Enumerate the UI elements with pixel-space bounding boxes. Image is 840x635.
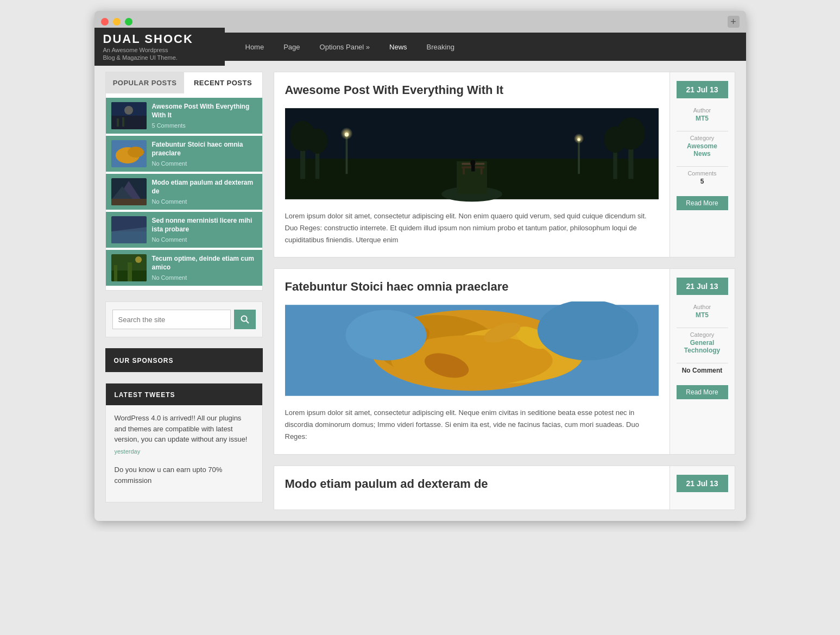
post-card: Fatebuntur Stoici haec omnia praeclare: [274, 268, 735, 454]
tweets-header: LATEST TWEETS: [106, 383, 262, 405]
nav-home[interactable]: Home: [236, 39, 274, 55]
tab-popular-posts[interactable]: Popular Posts: [106, 72, 184, 93]
svg-point-29: [344, 133, 348, 136]
sidebar-post-title: Sed nonne merninisti licere mihi ista pr…: [152, 217, 257, 234]
svg-point-7: [128, 147, 144, 158]
author-label: Author: [693, 304, 711, 310]
sidebar-post-item[interactable]: Awesome Post With Everything With It 5 C…: [106, 98, 262, 134]
author-value[interactable]: MT5: [696, 115, 709, 122]
tweets-title: LATEST TWEETS: [115, 391, 175, 399]
category-value[interactable]: Awesome News: [687, 142, 717, 158]
nav-links: Home Page Options Panel » News Breaking: [225, 39, 475, 55]
post-date-badge: 21 Jul 13: [677, 278, 728, 295]
svg-point-45: [470, 160, 475, 166]
search-input[interactable]: [112, 310, 231, 329]
nav-news[interactable]: News: [380, 39, 417, 55]
post-thumbnail: [111, 140, 147, 167]
content-area: Awesome Post With Everything With It: [274, 72, 735, 510]
svg-point-2: [124, 106, 133, 115]
tweet-item: Do you know u can earn upto 70% commissi…: [115, 464, 254, 486]
svg-rect-46: [471, 165, 475, 171]
post-thumbnail: [111, 102, 147, 129]
sponsors-widget: OUR SPONSORS: [105, 348, 263, 372]
sidebar-post-item[interactable]: Tecum optime, deinde etiam cum amico No …: [106, 250, 262, 286]
post-excerpt: Lorem ipsum dolor sit amet, consectetur …: [285, 407, 659, 443]
meta-divider: [677, 131, 728, 131]
search-widget: [105, 301, 263, 337]
svg-rect-44: [480, 168, 482, 174]
brand-block: DUAL SHOCK An Awesome Wordpress Blog & M…: [94, 28, 225, 66]
browser-window: + DUAL SHOCK An Awesome Wordpress Blog &…: [94, 11, 746, 521]
svg-point-58: [537, 301, 638, 361]
svg-point-32: [577, 138, 580, 141]
maximize-button[interactable]: [125, 18, 132, 26]
nav-options[interactable]: Options Panel »: [310, 39, 380, 55]
svg-point-20: [241, 316, 247, 322]
minimize-button[interactable]: [113, 18, 121, 26]
meta-divider: [677, 363, 728, 363]
tweet-text: Do you know u can earn upto 70% commissi…: [115, 464, 254, 486]
nav-breaking[interactable]: Breaking: [417, 39, 464, 55]
post-thumbnail: [111, 254, 147, 281]
sidebar-post-comments: No Comment: [152, 198, 257, 205]
new-tab-button[interactable]: +: [728, 16, 740, 28]
post-info: Fatebuntur Stoici haec omnia praeclare N…: [152, 141, 257, 166]
search-button[interactable]: [234, 310, 256, 329]
svg-point-17: [135, 256, 142, 263]
post-info: Awesome Post With Everything With It 5 C…: [152, 103, 257, 128]
sidebar-post-item[interactable]: Sed nonne merninisti licere mihi ista pr…: [106, 212, 262, 248]
sidebar-post-item[interactable]: Modo etiam paulum ad dexteram de No Comm…: [106, 174, 262, 210]
post-title-link[interactable]: Fatebuntur Stoici haec omnia praeclare: [285, 280, 509, 293]
sidebar-post-comments: No Comment: [152, 236, 257, 243]
post-title-link[interactable]: Awesome Post With Everything With It: [285, 83, 504, 97]
post-date-badge: 21 Jul 13: [677, 81, 728, 98]
post-date-badge: 21 Jul 13: [677, 475, 728, 492]
meta-divider: [677, 328, 728, 328]
post-card: Modo etiam paulum ad dexteram de 21 Jul …: [274, 466, 735, 510]
read-more-button[interactable]: Read More: [677, 196, 728, 210]
post-main: Modo etiam paulum ad dexteram de: [274, 466, 670, 510]
post-title-link[interactable]: Modo etiam paulum ad dexteram de: [285, 477, 488, 491]
comments-count: 5: [700, 178, 704, 185]
svg-rect-19: [128, 262, 132, 281]
svg-point-40: [604, 127, 626, 153]
sidebar-post-comments: No Comment: [152, 274, 257, 281]
tabs-widget: Popular Posts Recent Posts: [105, 72, 263, 291]
author-label: Author: [693, 107, 711, 114]
post-thumbnail: [111, 216, 147, 243]
category-label: Category: [690, 135, 715, 141]
author-value[interactable]: MT5: [696, 311, 709, 319]
svg-rect-4: [122, 117, 124, 127]
tab-recent-posts[interactable]: Recent Posts: [184, 72, 262, 93]
post-featured-image: [285, 105, 659, 203]
nav-page[interactable]: Page: [274, 39, 310, 55]
sidebar-post-item[interactable]: Fatebuntur Stoici haec omnia praeclare N…: [106, 136, 262, 172]
sidebar-post-title: Modo etiam paulum ad dexteram de: [152, 179, 257, 196]
sidebar: Popular Posts Recent Posts: [105, 72, 263, 510]
tab-content: Awesome Post With Everything With It 5 C…: [106, 93, 262, 290]
brand-name: DUAL SHOCK: [103, 32, 216, 46]
sidebar-post-comments: 5 Comments: [152, 122, 257, 129]
tweets-body: WordPress 4.0 is arrived!! All our plugi…: [106, 405, 262, 502]
post-title: Modo etiam paulum ad dexteram de: [285, 477, 659, 491]
post-excerpt: Lorem ipsum dolor sit amet, consectetur …: [285, 210, 659, 246]
svg-rect-18: [114, 265, 117, 281]
post-featured-image: [285, 301, 659, 399]
post-meta-sidebar: 21 Jul 13: [670, 466, 735, 510]
post-title: Awesome Post With Everything With It: [285, 83, 659, 97]
post-info: Sed nonne merninisti licere mihi ista pr…: [152, 217, 257, 242]
sidebar-post-title: Fatebuntur Stoici haec omnia praeclare: [152, 141, 257, 158]
svg-rect-11: [111, 199, 147, 205]
svg-rect-3: [117, 118, 119, 127]
brand-tagline: An Awesome Wordpress Blog & Magazine UI …: [103, 46, 216, 62]
post-card: Awesome Post With Everything With It: [274, 72, 735, 257]
sidebar-post-title: Tecum optime, deinde etiam cum amico: [152, 255, 257, 272]
category-value[interactable]: General Technology: [684, 339, 720, 354]
svg-point-57: [345, 310, 426, 361]
read-more-button[interactable]: Read More: [677, 385, 728, 399]
svg-point-36: [307, 129, 327, 154]
svg-rect-1: [111, 116, 147, 129]
post-thumbnail: [111, 178, 147, 205]
close-button[interactable]: [101, 18, 109, 26]
sidebar-post-comments: No Comment: [152, 160, 257, 167]
